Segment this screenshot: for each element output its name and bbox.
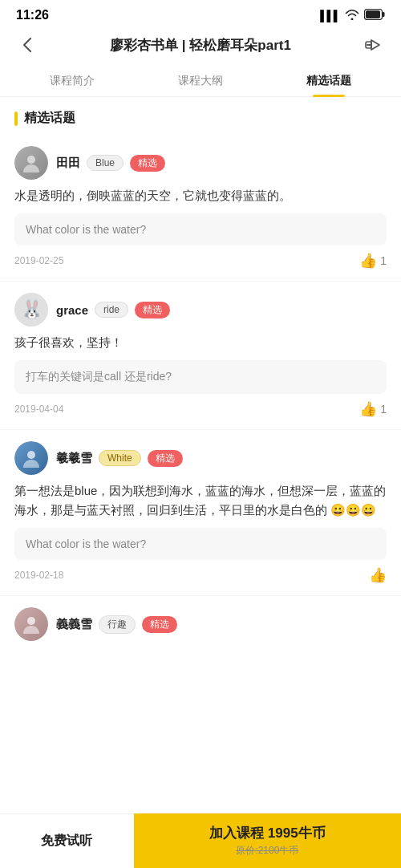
username: 羲羲雪 [56, 451, 92, 466]
comment-meta: 羲羲雪 White 精选 [56, 450, 183, 467]
thumb-icon: 👍 [369, 566, 387, 584]
comment-footer: 2019-02-18 👍 [14, 566, 387, 584]
comment-date: 2019-02-25 [14, 255, 63, 266]
like-button[interactable]: 👍 1 [359, 252, 387, 270]
status-time: 11:26 [16, 8, 49, 22]
avatar [14, 441, 48, 475]
like-button[interactable]: 👍 [369, 566, 387, 584]
comment-item-partial: 義義雪 行趣 精选 [0, 596, 401, 644]
comment-header: 🐰 grace ride 精选 [14, 293, 387, 327]
thumb-icon: 👍 [359, 400, 377, 418]
svg-point-4 [27, 156, 35, 164]
tag-ride: ride [95, 302, 128, 318]
back-button[interactable] [14, 32, 40, 58]
original-price: 原价:2100牛币 [236, 844, 298, 858]
battery-icon [364, 9, 385, 22]
tag-partial: 行趣 [99, 615, 136, 634]
join-button-label: 加入课程 1995牛币 [209, 824, 326, 842]
svg-rect-1 [366, 10, 380, 18]
comment-date: 2019-04-04 [14, 404, 63, 415]
comment-item: 田田 Blue 精选 水是透明的，倒映蓝蓝的天空，它就也变得蓝蓝的。 What … [0, 135, 401, 282]
comment-text: 第一想法是blue，因为联想到海水，蓝蓝的海水，但想深一层，蓝蓝的海水，那是与蓝… [14, 481, 387, 520]
username: grace [56, 303, 88, 317]
join-button[interactable]: 加入课程 1995牛币 原价:2100牛币 [134, 813, 401, 868]
svg-point-5 [27, 451, 35, 459]
page-title: 廖彩杏书单 | 轻松磨耳朵part1 [40, 36, 361, 55]
section-title: 精选话题 [0, 97, 401, 135]
thumb-icon: 👍 [359, 252, 377, 270]
tab-topics[interactable]: 精选话题 [265, 66, 393, 96]
tag-blue: Blue [87, 155, 124, 171]
like-button[interactable]: 👍 1 [359, 400, 387, 418]
comment-header: 義義雪 行趣 精选 [14, 607, 387, 641]
status-bar: 11:26 ▌▌▌ [0, 0, 401, 27]
featured-badge: 精选 [142, 616, 177, 633]
comment-text: 水是透明的，倒映蓝蓝的天空，它就也变得蓝蓝的。 [14, 186, 387, 205]
status-icons: ▌▌▌ [320, 9, 385, 22]
section-bar [14, 112, 18, 126]
signal-icon: ▌▌▌ [320, 10, 340, 22]
comment-item: 🐰 grace ride 精选 孩子很喜欢，坚持！ 打车的关键词是call 还是… [0, 282, 401, 430]
share-button[interactable] [361, 32, 387, 58]
wifi-icon [345, 9, 359, 22]
bottom-bar: 免费试听 加入课程 1995牛币 原价:2100牛币 [0, 813, 401, 868]
tabs: 课程简介 课程大纲 精选话题 [0, 66, 401, 97]
comment-header: 田田 Blue 精选 [14, 146, 387, 180]
svg-point-6 [27, 617, 35, 625]
like-count: 1 [380, 254, 387, 267]
avatar [14, 607, 48, 641]
comment-footer: 2019-02-25 👍 1 [14, 252, 387, 270]
svg-rect-2 [383, 12, 385, 17]
featured-badge: 精选 [148, 450, 183, 467]
comment-meta: grace ride 精选 [56, 302, 170, 318]
question-box: What color is the water? [14, 213, 387, 245]
question-box: What color is the water? [14, 528, 387, 560]
free-trial-button[interactable]: 免费试听 [0, 813, 134, 868]
avatar: 🐰 [14, 293, 48, 327]
comment-text: 孩子很喜欢，坚持！ [14, 333, 387, 352]
comment-header: 羲羲雪 White 精选 [14, 441, 387, 475]
comment-meta: 田田 Blue 精选 [56, 155, 165, 172]
comment-date: 2019-02-18 [14, 570, 63, 581]
like-count: 1 [380, 403, 387, 416]
avatar [14, 146, 48, 180]
username: 田田 [56, 156, 80, 171]
featured-badge: 精选 [130, 155, 165, 172]
comment-meta: 義義雪 行趣 精选 [56, 615, 177, 634]
username: 義義雪 [56, 617, 92, 632]
comment-item: 羲羲雪 White 精选 第一想法是blue，因为联想到海水，蓝蓝的海水，但想深… [0, 430, 401, 596]
comment-footer: 2019-04-04 👍 1 [14, 400, 387, 418]
question-box: 打车的关键词是call 还是ride? [14, 360, 387, 394]
featured-badge: 精选 [135, 302, 170, 318]
tab-outline[interactable]: 课程大纲 [136, 66, 265, 96]
tab-intro[interactable]: 课程简介 [8, 66, 136, 96]
header: 廖彩杏书单 | 轻松磨耳朵part1 [0, 27, 401, 66]
tag-white: White [99, 450, 141, 466]
